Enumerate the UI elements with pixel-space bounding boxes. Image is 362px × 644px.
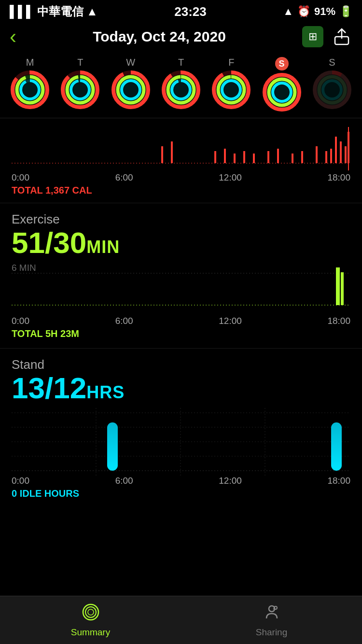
exercise-total: TOTAL 5H 23M	[12, 328, 350, 339]
svg-rect-48	[224, 149, 226, 163]
week-day-t2[interactable]: T	[161, 57, 201, 110]
alarm-icon: ⏰	[297, 5, 310, 18]
status-left: ▌▌▌ 中華電信 ▲	[10, 4, 98, 19]
svg-rect-61	[345, 146, 347, 163]
stand-current: 13	[12, 371, 45, 405]
exercise-goal: 30	[53, 226, 86, 259]
header-icons: ⊞	[302, 26, 352, 47]
svg-rect-76	[107, 422, 118, 471]
status-bar: ▌▌▌ 中華電信 ▲ 23:23 ▲ ⏰ 91% 🔋	[0, 0, 362, 21]
svg-rect-56	[316, 146, 318, 163]
exercise-chart	[12, 263, 350, 316]
back-button[interactable]: ‹	[10, 25, 16, 48]
svg-rect-47	[214, 151, 216, 163]
ring-t2	[161, 70, 201, 110]
ring-f	[211, 70, 251, 110]
svg-rect-46	[171, 141, 173, 163]
day-label-m: M	[26, 57, 34, 68]
stand-label: Stand	[12, 357, 350, 372]
svg-rect-66	[336, 267, 340, 305]
svg-rect-58	[330, 149, 332, 163]
calendar-icon: ⊞	[308, 30, 317, 43]
exercise-section: Exercise 51/30MIN 6 MIN 0:00 6:00 12:00 …	[0, 203, 362, 349]
day-label-t1: T	[77, 57, 83, 68]
svg-point-80	[88, 609, 94, 615]
svg-rect-51	[253, 154, 255, 163]
week-day-s1[interactable]: S	[262, 57, 302, 112]
svg-rect-60	[340, 141, 342, 163]
day-label-s2: S	[329, 57, 335, 68]
ring-s1	[262, 72, 302, 112]
week-day-s2[interactable]: S	[312, 57, 352, 110]
svg-rect-67	[341, 272, 344, 305]
header: ‹ Today, Oct 24, 2020 ⊞	[0, 21, 362, 54]
status-time: 23:23	[174, 4, 207, 19]
svg-rect-49	[234, 154, 236, 163]
svg-rect-50	[243, 151, 245, 163]
svg-rect-55	[301, 151, 303, 163]
calendar-button[interactable]: ⊞	[302, 26, 323, 47]
exercise-unit: MIN	[86, 237, 120, 257]
svg-rect-53	[277, 149, 279, 163]
exercise-label: Exercise	[12, 212, 350, 227]
week-day-w[interactable]: W	[111, 57, 151, 110]
svg-point-42	[323, 81, 341, 99]
summary-label: Summary	[71, 627, 110, 638]
ring-w	[111, 70, 151, 110]
svg-rect-57	[325, 151, 327, 163]
svg-rect-45	[161, 146, 163, 163]
move-chart	[12, 127, 350, 170]
move-section: 0:00 6:00 12:00 18:00 TOTAL 1,367 CAL	[0, 118, 362, 203]
status-right: ▲ ⏰ 91% 🔋	[283, 5, 352, 18]
move-time-labels: 0:00 6:00 12:00 18:00	[12, 172, 350, 185]
bottom-nav: Summary Sharing	[0, 596, 362, 644]
stand-value: 13/12HRS	[12, 373, 350, 403]
ring-s2	[312, 70, 352, 110]
svg-rect-54	[292, 154, 293, 163]
svg-point-79	[85, 607, 96, 617]
sharing-label: Sharing	[256, 627, 288, 638]
location-icon: ▲	[283, 5, 293, 18]
exercise-time-labels: 0:00 6:00 12:00 18:00	[12, 316, 350, 328]
svg-rect-52	[267, 151, 269, 163]
svg-rect-59	[335, 137, 337, 163]
exercise-current: 51	[12, 226, 45, 259]
day-label-t2: T	[178, 57, 184, 68]
week-day-m[interactable]: M	[10, 57, 50, 110]
ring-m	[10, 70, 50, 110]
day-label-f: F	[228, 57, 234, 68]
move-total: TOTAL 1,367 CAL	[12, 185, 350, 196]
sharing-icon	[263, 603, 281, 625]
ring-t1	[60, 70, 100, 110]
wifi-icon: ▲	[86, 5, 98, 18]
exercise-value: 51/30MIN	[12, 228, 350, 258]
carrier-name: 中華電信	[37, 4, 84, 19]
stand-chart	[12, 408, 350, 476]
svg-rect-77	[331, 422, 342, 471]
share-icon	[333, 28, 350, 45]
exercise-ref-label: 6 MIN	[12, 263, 36, 273]
week-row: M T W	[0, 54, 362, 118]
stand-goal: 12	[53, 371, 86, 405]
nav-summary[interactable]: Summary	[0, 596, 181, 644]
share-button[interactable]	[331, 26, 352, 47]
battery-percent: 91%	[314, 5, 335, 18]
today-badge: S	[275, 57, 289, 70]
week-day-t1[interactable]: T	[60, 57, 100, 110]
week-day-f[interactable]: F	[211, 57, 251, 110]
stand-section: Stand 13/12HRS 0:00	[0, 349, 362, 556]
nav-sharing[interactable]: Sharing	[181, 596, 362, 644]
summary-icon	[82, 603, 100, 625]
stand-total: 0 IDLE HOURS	[12, 488, 350, 499]
day-label-w: W	[126, 57, 135, 68]
stand-unit: HRS	[86, 382, 125, 402]
page-title: Today, Oct 24, 2020	[93, 28, 226, 45]
signal-bars: ▌▌▌	[10, 5, 34, 18]
battery-icon: 🔋	[339, 5, 352, 18]
stand-time-labels: 0:00 6:00 12:00 18:00	[12, 476, 350, 488]
